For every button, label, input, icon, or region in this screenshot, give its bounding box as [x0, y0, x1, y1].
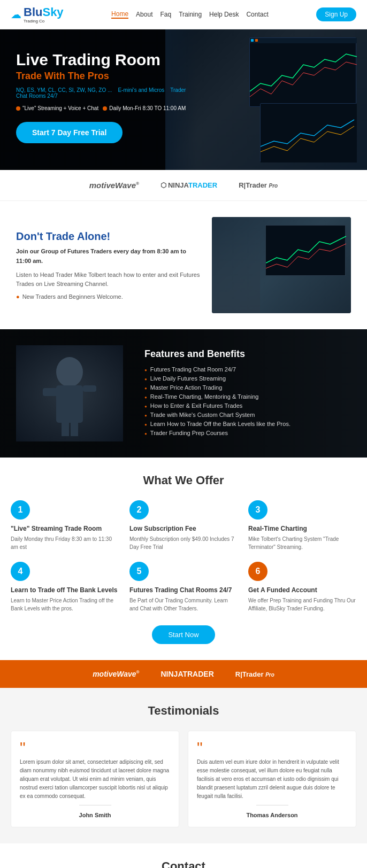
svg-rect-9 — [71, 423, 78, 436]
feature-item-4: ●Real-Time Charting, Mentoring & Trainin… — [144, 393, 290, 400]
dont-trade-body: Listen to Head Trader Mike Tolbert teach… — [16, 270, 201, 289]
svg-point-4 — [56, 357, 83, 387]
partner-ninjatrader: ⬡ NINJATRADER — [160, 181, 217, 189]
hero-tickers: NQ, ES, YM, CL, CC, SI, ZW, NG, ZO ... E… — [16, 87, 198, 99]
offer-title-2: Low Subscription Fee — [129, 525, 238, 532]
features-items: ●Futures Trading Chat Room 24/7 ●Live Da… — [144, 366, 290, 436]
dont-trade-title: Don't Trade Alone! — [16, 230, 201, 243]
nav-training[interactable]: Training — [179, 11, 202, 18]
start-now-row: Start Now — [11, 625, 356, 644]
svg-rect-0 — [250, 38, 357, 43]
bullet-1: ● — [144, 368, 147, 373]
partner-motivewave: motiveWave® — [89, 181, 139, 190]
bullet-6: ● — [144, 413, 147, 418]
offer-item-6: 6 Get A Funded Account We offer Prep Tra… — [248, 562, 356, 613]
offer-number-4: 4 — [11, 562, 30, 581]
nav-about[interactable]: About — [136, 11, 152, 18]
divider-2 — [256, 805, 288, 805]
nav-home[interactable]: Home — [111, 10, 128, 19]
bullet-3: ● — [144, 386, 147, 391]
contact-title: Contact — [11, 859, 356, 868]
testimonial-card-1: " Lorem ipsum dolor sit amet, consectetu… — [11, 731, 179, 827]
offer-title-5: Futures Trading Chat Rooms 24/7 — [129, 586, 238, 594]
offer-title-1: "Live" Streaming Trade Room — [11, 525, 119, 532]
logo-sky: Sky — [42, 5, 63, 19]
offer-desc-6: We offer Prep Training and Funding Thru … — [248, 596, 356, 613]
logo-blu: Blu — [24, 5, 42, 19]
offer-desc-1: Daily Monday thru Friday 8:30 am to 11:3… — [11, 535, 119, 551]
divider-1 — [79, 805, 111, 805]
offer-number-5: 5 — [129, 562, 149, 581]
nav-links: Home About Faq Training Help Desk Contac… — [111, 10, 269, 19]
nav-faq[interactable]: Faq — [160, 11, 171, 18]
start-now-button[interactable]: Start Now — [152, 625, 215, 644]
bullet-4: ● — [144, 395, 147, 400]
quote-mark-1: " — [20, 740, 170, 756]
offer-number-2: 2 — [129, 500, 149, 520]
dont-trade-subtitle: Join our Group of Futures Traders every … — [16, 247, 201, 266]
navbar: ☁ BluSky Trading Co Home About Faq Train… — [0, 0, 367, 29]
bullet-icon: ● — [16, 293, 20, 300]
offer-item-2: 2 Low Subscription Fee Monthly Subscript… — [129, 500, 238, 551]
offer-grid: 1 "Live" Streaming Trade Room Daily Mond… — [11, 500, 356, 613]
offer-item-1: 1 "Live" Streaming Trade Room Daily Mond… — [11, 500, 119, 551]
feature-item-7: ●Learn How to Trade Off the Bank Levels … — [144, 421, 290, 427]
feature-item-3: ●Master Price Action Trading — [144, 384, 290, 391]
offer-desc-4: Learn to Master Price Action Trading off… — [11, 596, 119, 613]
feature-item-8: ●Trader Funding Prep Courses — [144, 430, 290, 436]
feature-item-5: ●How to Enter & Exit Futures Trades — [144, 402, 290, 409]
partners-orange-bar: motiveWave® NINJATRADER R|Trader Pro — [0, 660, 367, 688]
trial-button[interactable]: Start 7 Day Free Trial — [16, 122, 123, 143]
testimonial-text-1: Lorem ipsum dolor sit amet, consectetuer… — [20, 758, 170, 801]
offer-number-1: 1 — [11, 500, 30, 520]
offer-title-6: Get A Funded Account — [248, 586, 356, 594]
offer-item-5: 5 Futures Trading Chat Rooms 24/7 Be Par… — [129, 562, 238, 613]
offer-item-3: 3 Real-Time Charting Mike Tolbert's Char… — [248, 500, 356, 551]
features-section: Features and Benefits ●Futures Trading C… — [0, 329, 367, 458]
offer-section: What We Offer 1 "Live" Streaming Trade R… — [0, 458, 367, 660]
testimonials-section: Testimonials " Lorem ipsum dolor sit ame… — [0, 688, 367, 843]
welcome-text: ● New Traders and Beginners Welcome. — [16, 293, 201, 300]
hero-title: Live Trading Room — [16, 51, 198, 68]
logo-sub: Trading Co — [24, 19, 64, 24]
testimonial-text-2: Duis autem vel eum iriure dolor in hendr… — [197, 758, 347, 801]
offer-title-3: Real-Time Charting — [248, 525, 356, 532]
hero-section: Live Trading Room Trade With The Pros NQ… — [0, 29, 367, 170]
svg-rect-8 — [62, 423, 69, 436]
svg-rect-6 — [43, 388, 59, 396]
svg-rect-3 — [261, 104, 357, 162]
bullet-5: ● — [144, 404, 147, 409]
contact-section: Contact BluSky Trading Co. Address: 1417… — [0, 843, 367, 868]
testimonial-card-2: " Duis autem vel eum iriure dolor in hen… — [188, 731, 356, 827]
features-person-image — [16, 345, 134, 441]
nav-contact[interactable]: Contact — [246, 11, 268, 18]
offer-desc-3: Mike Tolbert's Charting System "Trade Te… — [248, 535, 356, 551]
dot-orange-1 — [16, 106, 20, 111]
dot-orange-2 — [103, 106, 107, 111]
offer-number-3: 3 — [248, 500, 267, 520]
partner-rtrader: R|Trader Pro — [239, 181, 278, 189]
svg-rect-2 — [255, 39, 258, 42]
testimonials-grid: " Lorem ipsum dolor sit amet, consectetu… — [11, 731, 356, 827]
testimonial-name-1: John Smith — [20, 812, 170, 818]
signup-button[interactable]: Sign Up — [316, 7, 356, 21]
trader-image — [212, 217, 351, 313]
offer-desc-5: Be Part of Our Trading Community. Learn … — [129, 596, 238, 613]
hero-subtitle: Trade With The Pros — [16, 71, 198, 82]
dont-trade-content: Don't Trade Alone! Join our Group of Fut… — [16, 230, 201, 299]
logo-text: BluSky Trading Co — [24, 5, 64, 24]
features-list: Features and Benefits ●Futures Trading C… — [144, 348, 290, 439]
nav-helpdesk[interactable]: Help Desk — [209, 11, 239, 18]
partners-bar: motiveWave® ⬡ NINJATRADER R|Trader Pro — [0, 170, 367, 201]
offer-title-4: Learn to Trade off The Bank Levels — [11, 586, 119, 594]
quote-mark-2: " — [197, 740, 347, 756]
offer-item-4: 4 Learn to Trade off The Bank Levels Lea… — [11, 562, 119, 613]
offer-title: What We Offer — [11, 474, 356, 487]
dont-trade-section: Don't Trade Alone! Join our Group of Fut… — [0, 201, 367, 329]
offer-desc-2: Monthly Subscription only $49.00 Include… — [129, 535, 238, 551]
svg-rect-5 — [56, 385, 83, 423]
testimonial-name-2: Thomas Anderson — [197, 812, 347, 818]
bullet-8: ● — [144, 431, 147, 436]
logo: ☁ BluSky Trading Co — [11, 5, 64, 24]
feature-item-2: ●Live Daily Futures Streaming — [144, 375, 290, 382]
